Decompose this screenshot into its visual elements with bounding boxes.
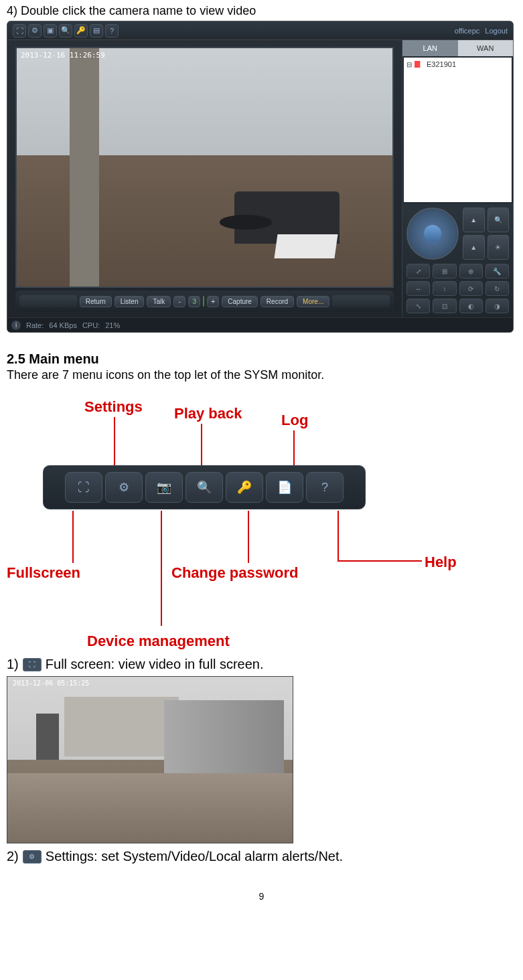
listen-button[interactable]: Listen <box>115 296 145 307</box>
video-timestamp: 2013-12-16 11:26:59 <box>21 51 105 60</box>
ptz-bright-icon[interactable]: ☀ <box>488 235 510 260</box>
item2-text: Settings: set System/Video/Local alarm a… <box>46 849 343 864</box>
help-icon[interactable]: ? <box>306 472 344 503</box>
more-button[interactable]: More... <box>297 296 329 307</box>
fullscreen-icon[interactable]: ⛶ <box>13 24 26 37</box>
settings-icon[interactable]: ⚙ <box>28 24 42 37</box>
changepwd-icon[interactable]: 🔑 <box>74 24 88 37</box>
capture-button[interactable]: Capture <box>222 296 258 307</box>
step-4-text: 4) Double click the camera name to view … <box>7 4 516 18</box>
log-icon[interactable]: ▤ <box>90 24 103 37</box>
return-button[interactable]: Return <box>80 296 112 307</box>
devmgmt-icon[interactable]: 🔍 <box>185 472 223 503</box>
ptz-grid-btn[interactable]: ↻ <box>485 281 509 296</box>
ptz-grid-btn[interactable]: ◑ <box>485 299 509 313</box>
device-tree[interactable]: ⊟ E321901 <box>404 58 512 202</box>
changepwd-icon[interactable]: 🔑 <box>226 472 263 503</box>
label-playback: Play back <box>174 405 242 422</box>
fullscreen-screenshot: 2013-12-06 05:15:25 <box>7 676 293 843</box>
settings-inline-icon: ⚙ <box>23 850 42 864</box>
log-icon[interactable]: 📄 <box>266 472 303 503</box>
ptz-controls: ▲ 🔍 ▲ ☀ ⤢ ⊞ ⊕ 🔧 ↔ ↕ ⟳ ↻ ⤡ ⊡ <box>402 203 513 317</box>
playback-icon[interactable]: ▣ <box>44 24 57 37</box>
ptz-grid-btn[interactable]: ⊕ <box>459 264 483 278</box>
cpu-value: 21% <box>105 321 120 329</box>
section-heading: 2.5 Main menu <box>7 351 516 367</box>
ptz-center-button[interactable] <box>424 225 441 242</box>
ptz-grid-btn[interactable]: ⟳ <box>459 281 483 296</box>
video-frame[interactable]: 2013-12-16 11:26:59 <box>15 47 394 288</box>
plus-button[interactable]: + <box>207 296 219 307</box>
device-name: E321901 <box>427 60 456 68</box>
monitor-ui-screenshot: ⛶ ⚙ ▣ 🔍 🔑 ▤ ? officepc Logout 2013-12-16… <box>7 21 514 333</box>
ptz-up-icon[interactable]: ▲ <box>463 208 485 232</box>
label-changepwd: Change password <box>171 564 298 582</box>
ptz-grid-btn[interactable]: ⊡ <box>433 299 456 313</box>
label-help: Help <box>425 554 457 571</box>
label-log: Log <box>281 412 308 429</box>
label-fullscreen: Fullscreen <box>7 564 80 582</box>
ptz-up2-icon[interactable]: ▲ <box>463 235 485 260</box>
item1-text: Full screen: view video in full screen. <box>46 657 264 672</box>
username-label: officepc <box>455 27 480 35</box>
talk-button[interactable]: Talk <box>147 296 171 307</box>
fullscreen-icon[interactable]: ⛶ <box>65 472 102 503</box>
ptz-zoom-icon[interactable]: 🔍 <box>488 208 510 232</box>
logout-link[interactable]: Logout <box>485 27 508 35</box>
rate-value: 64 KBps <box>49 321 77 329</box>
ptz-grid-btn[interactable]: ⤡ <box>406 299 430 313</box>
status-bar: i Rate: 64 KBps CPU: 21% <box>7 317 513 332</box>
separator <box>203 296 204 307</box>
label-settings: Settings <box>84 398 143 416</box>
video-control-bar: Return Listen Talk - 3 + Capture Record … <box>15 291 394 312</box>
fullscreen-timestamp: 2013-12-06 05:15:25 <box>13 679 89 687</box>
devmgmt-icon[interactable]: 🔍 <box>59 24 72 37</box>
menu-diagram: Settings Play back Log Fullscreen Change… <box>7 385 475 653</box>
record-button[interactable]: Record <box>260 296 294 307</box>
video-scene-placeholder <box>17 48 392 287</box>
tab-lan[interactable]: LAN <box>402 40 458 56</box>
ptz-grid-btn[interactable]: ↔ <box>406 281 430 296</box>
device-item[interactable]: ⊟ E321901 <box>406 60 509 68</box>
ptz-grid-btn[interactable]: 🔧 <box>485 264 509 278</box>
icon-bar: ⛶ ⚙ 📷 🔍 🔑 📄 ? <box>43 465 366 509</box>
ptz-grid-btn[interactable]: ◐ <box>459 299 483 313</box>
ptz-grid-btn[interactable]: ↕ <box>433 281 456 296</box>
monitor-topbar: ⛶ ⚙ ▣ 🔍 🔑 ▤ ? officepc Logout <box>7 21 513 40</box>
help-icon[interactable]: ? <box>105 24 119 37</box>
item1-number: 1) <box>7 657 19 672</box>
stream-number: 3 <box>188 296 200 307</box>
fullscreen-inline-icon: ⛶ <box>23 658 42 671</box>
ptz-grid-btn[interactable]: ⤢ <box>406 264 430 278</box>
camera-flag-icon <box>415 61 424 68</box>
ptz-wheel[interactable] <box>406 208 459 260</box>
playback-icon[interactable]: 📷 <box>145 472 183 503</box>
tab-wan[interactable]: WAN <box>458 40 514 56</box>
topbar-icons: ⛶ ⚙ ▣ 🔍 🔑 ▤ ? <box>13 24 119 37</box>
minus-button[interactable]: - <box>173 296 185 307</box>
rate-label: Rate: <box>26 321 44 329</box>
cpu-label: CPU: <box>82 321 100 329</box>
label-devmgmt: Device management <box>87 633 230 650</box>
settings-icon[interactable]: ⚙ <box>105 472 143 503</box>
section-description: There are 7 menu icons on the top let of… <box>7 368 516 382</box>
side-panel: LAN WAN ⊟ E321901 ▲ 🔍 ▲ <box>402 40 513 317</box>
item2-number: 2) <box>7 849 19 864</box>
info-icon: i <box>11 321 21 330</box>
ptz-grid-btn[interactable]: ⊞ <box>433 264 456 278</box>
page-number: 9 <box>7 891 516 902</box>
